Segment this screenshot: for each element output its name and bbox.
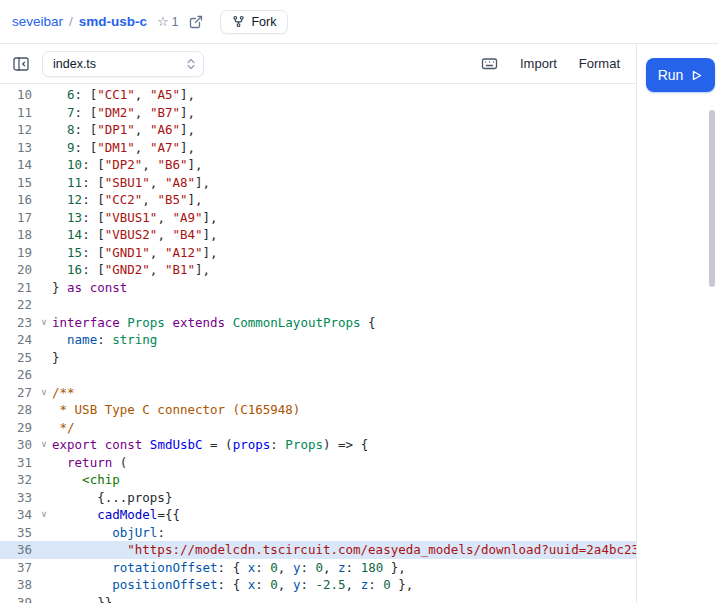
fold-spacer xyxy=(36,244,52,262)
run-label: Run xyxy=(658,67,684,83)
breadcrumb-owner-link[interactable]: seveibar xyxy=(12,14,63,29)
star-button[interactable]: ☆ 1 xyxy=(157,15,178,29)
code-line[interactable]: 39 }} xyxy=(0,594,636,603)
line-number: 10 xyxy=(0,86,36,104)
page-scrollbar-thumb[interactable] xyxy=(709,110,715,287)
editor-toolbar: index.ts Import Format xyxy=(0,44,636,84)
code-line[interactable]: 29 */ xyxy=(0,419,636,437)
code-line[interactable]: 36 "https://modelcdn.tscircuit.com/easye… xyxy=(0,541,636,559)
code-line[interactable]: 28 * USB Type C connector (C165948) xyxy=(0,401,636,419)
fold-spacer xyxy=(36,489,52,507)
code-text: 14: ["VBUS2", "B4"], xyxy=(52,226,636,244)
file-select[interactable]: index.ts xyxy=(42,51,204,77)
code-editor[interactable]: 10 6: ["CC1", "A5"],11 7: ["DM2", "B7"],… xyxy=(0,84,636,603)
code-line[interactable]: 27∨/** xyxy=(0,384,636,402)
preview-panel: Run xyxy=(637,44,718,603)
code-text: 10: ["DP2", "B6"], xyxy=(52,156,636,174)
code-text: <chip xyxy=(52,471,636,489)
code-text: 15: ["GND1", "A12"], xyxy=(52,244,636,262)
code-line[interactable]: 37 rotationOffset: { x: 0, y: 0, z: 180 … xyxy=(0,559,636,577)
keyboard-shortcuts-button[interactable] xyxy=(479,54,500,73)
code-line[interactable]: 31 return ( xyxy=(0,454,636,472)
code-line[interactable]: 21} as const xyxy=(0,279,636,297)
code-line[interactable]: 18 14: ["VBUS2", "B4"], xyxy=(0,226,636,244)
code-line[interactable]: 33 {...props} xyxy=(0,489,636,507)
breadcrumb-repo-link[interactable]: smd-usb-c xyxy=(79,14,147,29)
line-number: 23 xyxy=(0,314,36,332)
line-number: 21 xyxy=(0,279,36,297)
code-line[interactable]: 30∨export const SmdUsbC = (props: Props)… xyxy=(0,436,636,454)
fold-spacer xyxy=(36,419,52,437)
fold-spacer xyxy=(36,524,52,542)
line-number: 18 xyxy=(0,226,36,244)
external-link-icon xyxy=(189,15,203,29)
code-line[interactable]: 24 name: string xyxy=(0,331,636,349)
app-header: seveibar / smd-usb-c ☆ 1 Fork xyxy=(0,0,718,44)
code-line[interactable]: 20 16: ["GND2", "B1"], xyxy=(0,261,636,279)
code-line[interactable]: 13 9: ["DM1", "A7"], xyxy=(0,139,636,157)
fold-spacer xyxy=(36,331,52,349)
fold-chevron-icon[interactable]: ∨ xyxy=(36,384,52,402)
fork-button[interactable]: Fork xyxy=(220,10,288,34)
code-text: * USB Type C connector (C165948) xyxy=(52,401,636,419)
line-number: 19 xyxy=(0,244,36,262)
line-number: 11 xyxy=(0,104,36,122)
editor-pane: index.ts Import Format 10 xyxy=(0,44,637,603)
play-icon xyxy=(690,69,703,82)
fold-spacer xyxy=(36,279,52,297)
code-line[interactable]: 12 8: ["DP1", "A6"], xyxy=(0,121,636,139)
breadcrumb-separator: / xyxy=(69,14,73,29)
format-button[interactable]: Format xyxy=(577,52,622,75)
code-text: name: string xyxy=(52,331,636,349)
fold-spacer xyxy=(36,86,52,104)
fold-chevron-icon[interactable]: ∨ xyxy=(36,314,52,332)
code-line[interactable]: 19 15: ["GND1", "A12"], xyxy=(0,244,636,262)
code-line[interactable]: 17 13: ["VBUS1", "A9"], xyxy=(0,209,636,227)
code-line[interactable]: 15 11: ["SBU1", "A8"], xyxy=(0,174,636,192)
fold-spacer xyxy=(36,401,52,419)
code-text: 16: ["GND2", "B1"], xyxy=(52,261,636,279)
line-number: 28 xyxy=(0,401,36,419)
code-line[interactable]: 23∨interface Props extends CommonLayoutP… xyxy=(0,314,636,332)
fold-spacer xyxy=(36,559,52,577)
fold-spacer xyxy=(36,261,52,279)
external-link-button[interactable] xyxy=(188,14,204,30)
code-text: /** xyxy=(52,384,636,402)
code-text: }} xyxy=(52,594,636,603)
code-line[interactable]: 14 10: ["DP2", "B6"], xyxy=(0,156,636,174)
code-line[interactable]: 35 objUrl: xyxy=(0,524,636,542)
fold-spacer xyxy=(36,349,52,367)
fold-chevron-icon[interactable]: ∨ xyxy=(36,436,52,454)
line-number: 24 xyxy=(0,331,36,349)
code-text: 13: ["VBUS1", "A9"], xyxy=(52,209,636,227)
fold-spacer xyxy=(36,471,52,489)
code-text: positionOffset: { x: 0, y: -2.5, z: 0 }, xyxy=(52,576,636,594)
fold-spacer xyxy=(36,226,52,244)
fold-chevron-icon[interactable]: ∨ xyxy=(36,506,52,524)
line-number: 22 xyxy=(0,296,36,314)
code-line[interactable]: 16 12: ["CC2", "B5"], xyxy=(0,191,636,209)
code-line[interactable]: 10 6: ["CC1", "A5"], xyxy=(0,86,636,104)
fold-spacer xyxy=(36,541,52,559)
import-button[interactable]: Import xyxy=(518,52,559,75)
code-line[interactable]: 26 xyxy=(0,366,636,384)
sidebar-toggle-button[interactable] xyxy=(10,53,32,75)
code-text: */ xyxy=(52,419,636,437)
code-text xyxy=(52,366,636,384)
code-text: {...props} xyxy=(52,489,636,507)
line-number: 33 xyxy=(0,489,36,507)
code-line[interactable]: 22 xyxy=(0,296,636,314)
code-line[interactable]: 25} xyxy=(0,349,636,367)
fold-spacer xyxy=(36,121,52,139)
code-line[interactable]: 32 <chip xyxy=(0,471,636,489)
code-line[interactable]: 11 7: ["DM2", "B7"], xyxy=(0,104,636,122)
run-button[interactable]: Run xyxy=(646,58,715,92)
fold-spacer xyxy=(36,139,52,157)
code-text: rotationOffset: { x: 0, y: 0, z: 180 }, xyxy=(52,559,636,577)
code-line[interactable]: 38 positionOffset: { x: 0, y: -2.5, z: 0… xyxy=(0,576,636,594)
code-text: 6: ["CC1", "A5"], xyxy=(52,86,636,104)
fold-spacer xyxy=(36,366,52,384)
line-number: 15 xyxy=(0,174,36,192)
keyboard-icon xyxy=(481,56,498,71)
code-line[interactable]: 34∨ cadModel={{ xyxy=(0,506,636,524)
